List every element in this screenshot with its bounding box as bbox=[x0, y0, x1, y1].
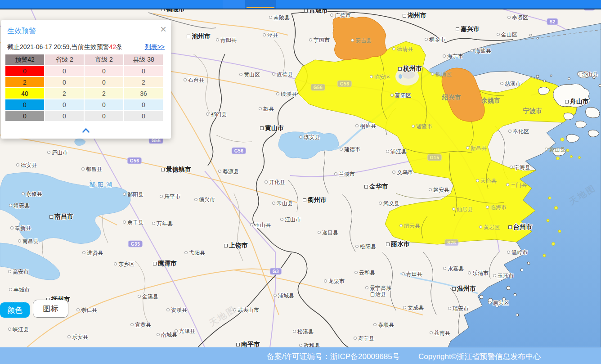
map-label: 石台县 bbox=[184, 77, 204, 83]
map-label: 温岭市 bbox=[507, 249, 528, 256]
warning-table-cell: 0 bbox=[5, 66, 44, 76]
map-label: 玉环市 bbox=[493, 273, 514, 279]
map-label: 慈溪市 bbox=[500, 81, 521, 87]
warning-table-row-blue: 0000 bbox=[5, 99, 163, 110]
warning-table-cell: 0 bbox=[45, 111, 84, 121]
summary-suffix: 条 bbox=[116, 43, 122, 50]
warning-table-header-cell: 县级 38 bbox=[124, 54, 163, 65]
map-label: 海盐县 bbox=[471, 48, 491, 54]
map-label: 武义县 bbox=[379, 200, 399, 207]
map-label: 桐庐县 bbox=[355, 123, 376, 129]
map-label: 洞头区 bbox=[488, 300, 509, 306]
map-label: 峡江县 bbox=[8, 326, 29, 333]
warning-table-cell: 2 bbox=[5, 77, 44, 87]
map-label: 磐安县 bbox=[429, 187, 449, 193]
map-label: 宁海县 bbox=[510, 164, 530, 171]
map-label: 黄岩区 bbox=[479, 224, 500, 230]
map-label: 丽水市 bbox=[386, 241, 410, 247]
warning-table-header-cell: 预警42 bbox=[5, 54, 44, 65]
map-label: 永修县 bbox=[22, 191, 42, 197]
icp-license-text: 备案/许可证编号：浙ICP备20009685号 bbox=[267, 351, 400, 362]
map-label: 鄱阳湖 bbox=[89, 182, 115, 188]
map-label: 常山县 bbox=[272, 200, 293, 207]
map-label: 余干县 bbox=[123, 219, 144, 225]
warning-table-cell: 0 bbox=[85, 66, 123, 76]
icon-mode-button[interactable]: 图标 bbox=[33, 300, 68, 318]
map-label: 鄱阳县 bbox=[123, 191, 144, 198]
warning-table-cell: 0 bbox=[45, 77, 84, 87]
map-label: 遂昌县 bbox=[318, 229, 338, 236]
map-label: 进贤县 bbox=[82, 250, 103, 256]
map-label: 安吉县 bbox=[351, 37, 372, 44]
road-shield-G3: G3 bbox=[270, 268, 282, 275]
color-mode-button[interactable]: 颜色 bbox=[0, 302, 30, 318]
warning-table-cell: 0 bbox=[85, 99, 123, 110]
warning-table-cell: 0 bbox=[45, 99, 84, 110]
map-label: 绍兴市 bbox=[442, 94, 461, 100]
map-label: 松阳县 bbox=[355, 243, 376, 250]
warning-table-row-orange: 2002 bbox=[5, 77, 163, 87]
warning-table-cell: 0 bbox=[124, 99, 163, 110]
warning-table-cell: 2 bbox=[85, 88, 123, 99]
map-label: 浦江县 bbox=[386, 148, 407, 155]
map-label: 台州市 bbox=[508, 224, 532, 230]
footer-bar: 备案/许可证编号：浙ICP备20009685号 Copyright©浙江省预警信… bbox=[0, 347, 601, 364]
collapse-chevron-icon[interactable] bbox=[82, 128, 90, 133]
warning-table-cell: 0 bbox=[5, 99, 44, 110]
map-label: 德兴市 bbox=[194, 197, 215, 203]
map-label: 三门县 bbox=[506, 182, 527, 188]
map-label: 祁门县 bbox=[206, 111, 227, 117]
map-label: 宜黄县 bbox=[130, 322, 151, 328]
warning-table-header-cell: 省级 2 bbox=[45, 54, 84, 65]
map-label: 临海市 bbox=[486, 204, 507, 211]
map-label: 富阳区 bbox=[390, 92, 411, 99]
map-watermark: 天地图 bbox=[207, 303, 238, 329]
map-label: 南昌县 bbox=[18, 238, 39, 244]
summary-text: 截止2021-06-17 20:59,当前生效预警42条 bbox=[7, 43, 122, 51]
map-label: 资溪县 bbox=[166, 307, 187, 313]
map-label: 丰城市 bbox=[9, 287, 30, 293]
map-label: 乐安县 bbox=[67, 334, 88, 340]
map-label: 东乡区 bbox=[114, 261, 135, 267]
map-label: 开化县 bbox=[265, 179, 285, 185]
road-shield-G56: G56 bbox=[127, 157, 142, 164]
map-label: 高安市 bbox=[8, 269, 29, 275]
close-icon[interactable]: × bbox=[160, 24, 166, 35]
map-label: 弋阳县 bbox=[184, 250, 205, 256]
map-label: 岱山县 bbox=[577, 71, 598, 77]
warning-table-cell: 0 bbox=[124, 111, 163, 121]
map-label: 自治县 bbox=[370, 291, 386, 297]
map-label: 庐山市 bbox=[47, 149, 68, 156]
topbar-active-tab[interactable] bbox=[245, 0, 276, 9]
map-label: 金溪县 bbox=[138, 293, 158, 300]
map-label: 金山区 bbox=[497, 31, 517, 38]
map-label: 广德市 bbox=[330, 12, 351, 18]
warning-table-row-yellow: 402236 bbox=[5, 88, 163, 99]
map-label: 寿宁县 bbox=[354, 335, 374, 342]
map-label: 兰溪市 bbox=[334, 171, 355, 177]
warning-table-cell: 40 bbox=[5, 88, 44, 99]
road-shield-S2: S2 bbox=[547, 18, 558, 25]
map-label: 奉新县 bbox=[10, 225, 31, 231]
map-label: 金华市 bbox=[364, 183, 388, 189]
warning-table-row-red: 0000 bbox=[5, 66, 163, 76]
map-label: 宁波市 bbox=[523, 108, 542, 114]
map-label: 靖安县 bbox=[9, 202, 30, 209]
warning-table-cell: 2 bbox=[124, 77, 163, 87]
road-shield-G56: G56 bbox=[311, 84, 325, 91]
road-shield-G35: G35 bbox=[128, 241, 143, 247]
map-label: 南陵县 bbox=[269, 14, 290, 21]
map-label: 海宁市 bbox=[443, 53, 463, 59]
map-label: 奉化区 bbox=[508, 128, 529, 135]
list-link[interactable]: 列表>> bbox=[145, 43, 165, 51]
map-label: 永嘉县 bbox=[443, 265, 464, 272]
map-label: 南昌市 bbox=[49, 213, 73, 220]
map-label: 桐乡市 bbox=[425, 36, 445, 43]
map-label: 松溪县 bbox=[293, 328, 314, 335]
warning-table-cell: 0 bbox=[124, 66, 163, 76]
copyright-text: Copyright©浙江省预警信息发布中心 bbox=[418, 351, 541, 362]
warning-count: 42 bbox=[109, 43, 116, 50]
map-label: 缙云县 bbox=[399, 223, 420, 229]
map-label: 衢州市 bbox=[303, 197, 327, 203]
warning-table-cell: 0 bbox=[45, 66, 84, 76]
